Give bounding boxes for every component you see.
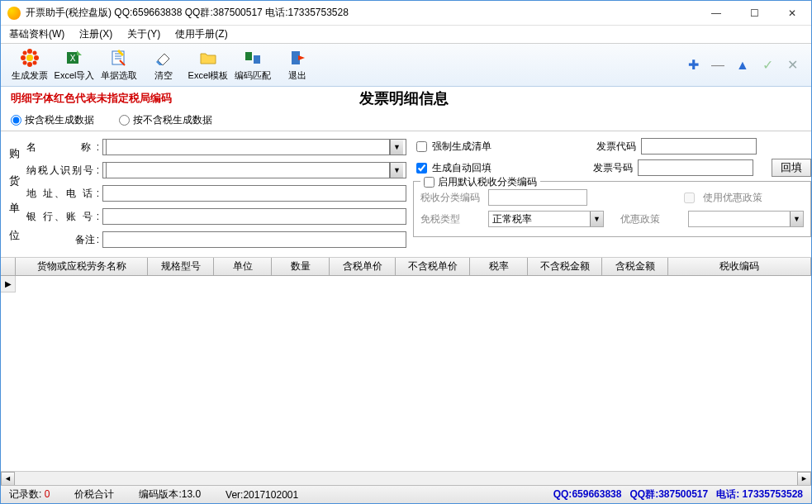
- radio-excl-tax[interactable]: 按不含税生成数据: [119, 113, 212, 127]
- invoice-num-label: 发票号码: [593, 161, 633, 175]
- svg-rect-12: [245, 52, 252, 60]
- scroll-left-icon[interactable]: ◄: [1, 472, 15, 486]
- grid-body[interactable]: ▶: [1, 276, 811, 471]
- toolbar: 生成发票 XExcel导入 单据选取 清空 Excel模板 编码匹配 退出 ✚ …: [1, 44, 811, 87]
- tax-code-label: 税收分类编码: [420, 191, 480, 205]
- flower-icon: [20, 48, 40, 68]
- tb-excel-template[interactable]: Excel模板: [186, 45, 230, 85]
- buyer-remark-input[interactable]: [102, 231, 406, 248]
- grid-col-2[interactable]: 单位: [214, 258, 272, 275]
- options-form: 强制生成清单 发票代码 生成自动回填 发票号码 回填 启用默认税收分类编码 税收…: [413, 136, 811, 252]
- menu-manual[interactable]: 使用手册(Z): [172, 26, 230, 43]
- enable-taxclass-checkbox[interactable]: [424, 177, 434, 188]
- tb-exit[interactable]: 退出: [275, 45, 320, 85]
- svg-point-6: [33, 51, 37, 55]
- buyer-name-input[interactable]: ▼: [102, 139, 406, 155]
- dropdown-icon[interactable]: ▼: [390, 140, 403, 155]
- menu-about[interactable]: 关于(Y): [124, 26, 164, 43]
- nav-remove-button[interactable]: —: [705, 53, 730, 78]
- radio-incl-tax[interactable]: 按含税生成数据: [11, 113, 94, 127]
- tb-code-match[interactable]: 编码匹配: [230, 45, 275, 85]
- scroll-right-icon[interactable]: ►: [797, 472, 811, 486]
- grid-col-1[interactable]: 规格型号: [148, 258, 214, 275]
- use-pref-checkbox: [684, 193, 695, 203]
- nav-up-button[interactable]: ▲: [730, 53, 755, 78]
- folder-icon: [198, 48, 218, 68]
- nav-confirm-button[interactable]: ✓: [755, 53, 780, 78]
- tb-doc-select[interactable]: 单据选取: [97, 45, 141, 85]
- match-icon: [243, 48, 263, 68]
- pref-policy-label: 优惠政策: [620, 212, 680, 226]
- window-title: 开票助手(税控盘版) QQ:659663838 QQ群:387500517 电话…: [26, 6, 349, 20]
- buyer-form: 名 称▼ 纳税人识别号▼ 地 址、电 话 银 行、账 号 备注: [26, 136, 406, 252]
- svg-rect-13: [254, 55, 260, 64]
- buyer-taxid-label: 纳税人识别号: [26, 164, 102, 178]
- form-area: 购货单位 名 称▼ 纳税人识别号▼ 地 址、电 话 银 行、账 号 备注 强制生…: [1, 131, 811, 258]
- tb-excel-import[interactable]: XExcel导入: [52, 45, 97, 85]
- buyer-side-label: 购货单位: [9, 136, 20, 252]
- app-version: Ver:2017102001: [226, 489, 298, 501]
- auto-fill-checkbox[interactable]: [416, 163, 427, 174]
- svg-point-2: [27, 62, 32, 67]
- tb-generate-invoice[interactable]: 生成发票: [7, 45, 52, 85]
- nav-add-button[interactable]: ✚: [681, 53, 705, 78]
- menu-register[interactable]: 注册(X): [76, 26, 116, 43]
- eraser-icon: [154, 48, 173, 68]
- code-version: 编码版本:13.0: [139, 487, 201, 502]
- exempt-label: 免税类型: [420, 212, 480, 226]
- grid-col-4[interactable]: 含税单价: [330, 258, 396, 275]
- page-title: 发票明细信息: [172, 88, 636, 108]
- horizontal-scrollbar[interactable]: ◄ ►: [1, 471, 811, 485]
- menubar: 基础资料(W) 注册(X) 关于(Y) 使用手册(Z): [1, 26, 811, 44]
- buyer-taxid-input[interactable]: ▼: [102, 162, 406, 178]
- excel-import-icon: X: [64, 48, 84, 68]
- app-icon: [7, 7, 21, 20]
- invoice-code-label: 发票代码: [596, 140, 636, 154]
- dropdown-icon[interactable]: ▼: [390, 163, 403, 178]
- buyer-addr-input[interactable]: [102, 185, 406, 202]
- grid-col-7[interactable]: 不含税金额: [528, 258, 602, 275]
- menu-basic[interactable]: 基础资料(W): [6, 26, 68, 43]
- doc-select-icon: [109, 48, 129, 68]
- svg-text:X: X: [70, 54, 76, 63]
- radio-row: 按含税生成数据 按不含税生成数据: [1, 110, 811, 131]
- grid-area: 货物或应税劳务名称 规格型号 单位 数量 含税单价 不含税单价 税率 不含税金额…: [1, 258, 811, 485]
- statusbar: 记录数: 0 价税合计 编码版本:13.0 Ver:2017102001 QQ:…: [1, 485, 811, 503]
- invoice-code-input[interactable]: [641, 138, 757, 155]
- close-button[interactable]: ✕: [773, 1, 811, 26]
- buyer-bank-label: 银 行、账 号: [26, 210, 102, 224]
- use-pref-label: 使用优惠政策: [703, 191, 762, 205]
- grid-col-8[interactable]: 含税金额: [602, 258, 668, 275]
- grid-col-0[interactable]: 货物或应税劳务名称: [16, 258, 148, 275]
- auto-fill-label: 生成自动回填: [432, 161, 491, 175]
- grid-col-6[interactable]: 税率: [470, 258, 528, 275]
- svg-point-1: [27, 49, 32, 54]
- force-list-checkbox[interactable]: [416, 141, 427, 152]
- tb-clear[interactable]: 清空: [141, 45, 186, 85]
- row-marker-icon: ▶: [1, 276, 16, 292]
- invoice-num-input[interactable]: [638, 159, 753, 176]
- status-qq: QQ:659663838 QQ群:387500517 电话: 173357535…: [553, 487, 803, 502]
- svg-point-0: [26, 55, 33, 61]
- tax-code-input: [488, 189, 587, 206]
- titlebar: 开票助手(税控盘版) QQ:659663838 QQ群:387500517 电话…: [1, 1, 811, 26]
- backfill-button[interactable]: 回填: [772, 159, 811, 177]
- buyer-bank-input[interactable]: [102, 208, 406, 225]
- svg-point-4: [34, 55, 39, 60]
- grid-row-selector-head: [1, 258, 16, 275]
- svg-point-3: [21, 55, 26, 60]
- buyer-name-label: 名 称: [26, 140, 102, 155]
- grid-col-9[interactable]: 税收编码: [668, 258, 811, 275]
- red-note: 明细字体红色代表未指定税局编码: [11, 91, 172, 106]
- buyer-remark-label: 备注: [26, 233, 102, 247]
- force-list-label: 强制生成清单: [432, 140, 491, 154]
- svg-point-5: [23, 51, 27, 55]
- grid-col-5[interactable]: 不含税单价: [396, 258, 470, 275]
- minimize-button[interactable]: —: [697, 1, 735, 26]
- grid-col-3[interactable]: 数量: [272, 258, 330, 275]
- tax-total-label: 价税合计: [74, 487, 114, 502]
- nav-cancel-button[interactable]: ✕: [780, 53, 805, 78]
- enable-taxclass-label: 启用默认税收分类编码: [438, 175, 537, 189]
- record-count: 记录数: 0: [9, 487, 50, 502]
- maximize-button[interactable]: ☐: [735, 1, 773, 26]
